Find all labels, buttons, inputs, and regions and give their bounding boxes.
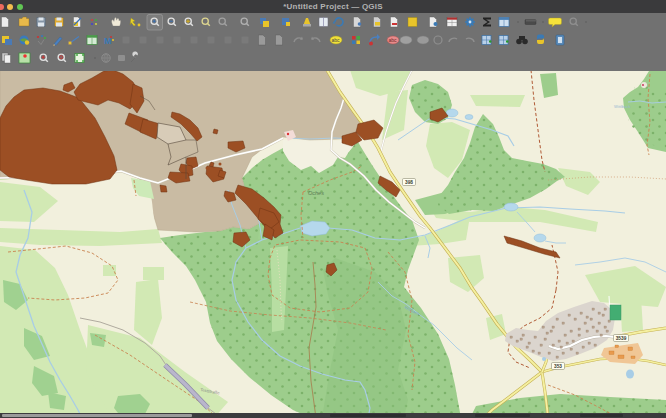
- svg-text:abc: abc: [389, 37, 398, 43]
- svg-text:3539: 3539: [616, 336, 627, 341]
- svg-text:398: 398: [405, 180, 413, 185]
- svg-text:abc: abc: [332, 37, 341, 43]
- svg-text:Oches: Oches: [308, 190, 324, 196]
- svg-text:Wittlbach: Wittlbach: [614, 104, 630, 109]
- svg-text:353: 353: [554, 364, 562, 369]
